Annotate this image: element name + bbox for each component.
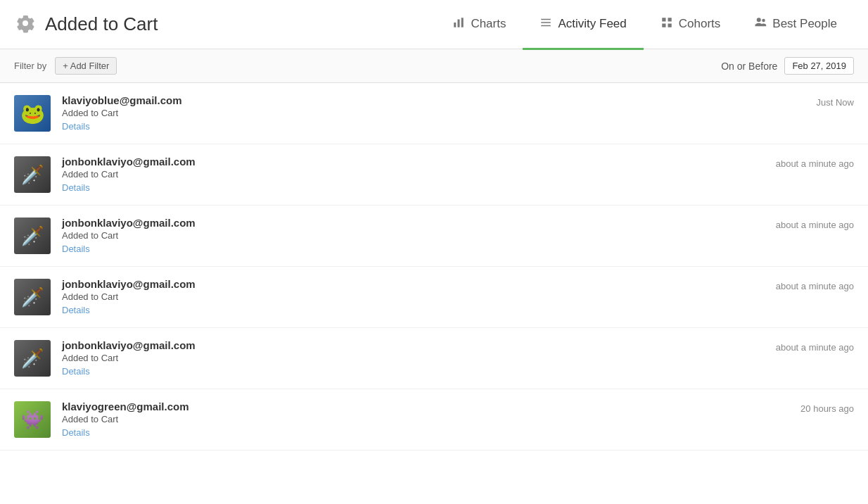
header: Added to Cart Charts Activity Feed — [0, 0, 868, 49]
svg-rect-7 — [668, 18, 671, 21]
svg-rect-5 — [542, 25, 551, 27]
avatar: 🗡️ — [14, 340, 51, 377]
activity-email: jonbonklaviyo@gmail.com — [62, 217, 776, 229]
svg-rect-6 — [662, 18, 665, 21]
tab-charts-label: Charts — [471, 17, 506, 31]
list-icon — [540, 16, 552, 32]
filter-by-label: Filter by — [14, 61, 46, 71]
activity-details-link[interactable]: Details — [62, 305, 90, 315]
activity-action: Added to Cart — [62, 291, 776, 302]
svg-rect-4 — [542, 22, 551, 23]
tab-charts[interactable]: Charts — [435, 1, 523, 50]
list-item: 🗡️ jonbonklaviyo@gmail.com Added to Cart… — [0, 328, 868, 389]
activity-action: Added to Cart — [62, 108, 817, 118]
list-item: 🗡️ jonbonklaviyo@gmail.com Added to Cart… — [0, 206, 868, 267]
activity-action: Added to Cart — [62, 169, 776, 179]
nav-tabs: Charts Activity Feed Cohorts — [435, 0, 854, 49]
tab-cohorts-label: Cohorts — [679, 17, 721, 31]
svg-rect-1 — [458, 20, 460, 27]
tab-best-people-label: Best People — [772, 17, 837, 31]
activity-action: Added to Cart — [62, 414, 800, 424]
avatar: 👾 — [14, 401, 51, 438]
add-filter-button[interactable]: + Add Filter — [55, 57, 117, 75]
activity-time: 20 hours ago — [800, 401, 854, 414]
activity-time: about a minute ago — [776, 278, 854, 291]
avatar: 🗡️ — [14, 156, 51, 193]
activity-email: jonbonklaviyo@gmail.com — [62, 278, 776, 290]
avatar: 🗡️ — [14, 279, 51, 315]
svg-rect-9 — [668, 24, 671, 27]
activity-content: jonbonklaviyo@gmail.com Added to Cart De… — [62, 278, 776, 316]
list-item: 🗡️ jonbonklaviyo@gmail.com Added to Cart… — [0, 267, 868, 328]
activity-email: klaviyoblue@gmail.com — [62, 94, 817, 106]
on-or-before-label: On or Before — [721, 61, 777, 72]
activity-details-link[interactable]: Details — [62, 182, 90, 193]
activity-time: Just Now — [817, 94, 854, 108]
activity-email: klaviyogreen@gmail.com — [62, 401, 800, 412]
activity-details-link[interactable]: Details — [62, 427, 90, 438]
tab-activity-feed[interactable]: Activity Feed — [523, 1, 643, 50]
gear-icon — [14, 12, 37, 37]
activity-time: about a minute ago — [776, 339, 854, 353]
avatar: 🗡️ — [14, 218, 51, 254]
tab-best-people[interactable]: Best People — [737, 1, 854, 50]
tab-activity-feed-label: Activity Feed — [558, 17, 626, 31]
activity-details-link[interactable]: Details — [62, 121, 90, 132]
filter-left: Filter by + Add Filter — [14, 57, 117, 75]
bar-chart-icon — [452, 16, 465, 32]
list-item: 👾 klaviyogreen@gmail.com Added to Cart D… — [0, 389, 868, 451]
filter-bar: Filter by + Add Filter On or Before Feb … — [0, 49, 868, 83]
activity-action: Added to Cart — [62, 353, 776, 363]
activity-content: jonbonklaviyo@gmail.com Added to Cart De… — [62, 217, 776, 255]
svg-rect-3 — [542, 19, 551, 20]
activity-content: klaviyoblue@gmail.com Added to Cart Deta… — [62, 94, 817, 132]
page-title: Added to Cart — [45, 13, 158, 35]
date-filter-badge[interactable]: Feb 27, 2019 — [784, 57, 854, 75]
activity-action: Added to Cart — [62, 230, 776, 241]
svg-point-10 — [757, 18, 761, 22]
svg-point-11 — [762, 19, 766, 23]
header-left: Added to Cart — [14, 12, 435, 37]
activity-email: jonbonklaviyo@gmail.com — [62, 156, 776, 168]
activity-time: about a minute ago — [776, 156, 854, 169]
activity-content: jonbonklaviyo@gmail.com Added to Cart De… — [62, 339, 776, 377]
activity-content: jonbonklaviyo@gmail.com Added to Cart De… — [62, 156, 776, 194]
activity-details-link[interactable]: Details — [62, 244, 90, 254]
activity-time: about a minute ago — [776, 217, 854, 230]
people-icon — [754, 16, 767, 32]
activity-content: klaviyogreen@gmail.com Added to Cart Det… — [62, 401, 800, 439]
svg-rect-0 — [454, 23, 457, 27]
svg-rect-8 — [662, 24, 665, 27]
list-item: 🗡️ jonbonklaviyo@gmail.com Added to Cart… — [0, 144, 868, 206]
svg-rect-2 — [461, 18, 464, 27]
cohorts-icon — [660, 16, 673, 32]
filter-right: On or Before Feb 27, 2019 — [721, 57, 854, 75]
activity-email: jonbonklaviyo@gmail.com — [62, 339, 776, 351]
activity-details-link[interactable]: Details — [62, 366, 90, 377]
avatar: 🐸 — [14, 95, 51, 132]
list-item: 🐸 klaviyoblue@gmail.com Added to Cart De… — [0, 83, 868, 144]
activity-list: 🐸 klaviyoblue@gmail.com Added to Cart De… — [0, 83, 868, 504]
tab-cohorts[interactable]: Cohorts — [644, 1, 738, 50]
